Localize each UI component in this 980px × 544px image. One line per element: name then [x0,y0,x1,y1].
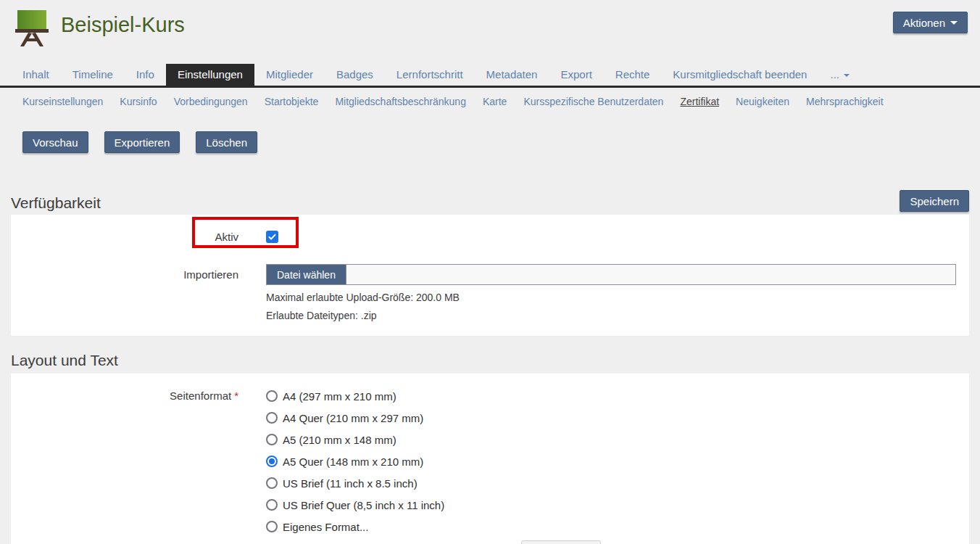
radio-button-icon [266,499,278,511]
allowed-filetypes-hint: Erlaubte Dateitypen: .zip [266,307,969,325]
availability-section-title: Verfügbarkeit [11,194,101,212]
page-format-options: A4 (297 mm x 210 mm) A4 Quer (210 mm x 2… [266,385,601,544]
radio-us-brief-quer[interactable]: US Brief Quer (8,5 inch x 11 inch) [266,494,601,516]
subtab-mehrsprachigkeit[interactable]: Mehrsprachigkeit [806,96,884,110]
tab-badges[interactable]: Badges [325,64,385,86]
tab-timeline[interactable]: Timeline [61,64,125,86]
preview-button[interactable]: Vorschau [22,131,88,153]
page-format-row: Seitenformat* A4 (297 mm x 210 mm) A4 Qu… [11,385,969,544]
settings-sub-tab-bar: Kurseinstellungen Kursinfo Vorbedingunge… [0,88,980,110]
radio-button-icon [266,434,278,445]
subtab-kursinfo[interactable]: Kursinfo [120,96,157,110]
save-button[interactable]: Speichern [900,190,969,212]
choose-file-button[interactable]: Datei wählen [267,265,346,284]
actions-button[interactable]: Aktionen [893,12,968,33]
layout-text-section-header: Layout und Text [11,350,969,369]
active-label: Aktiv [11,231,238,243]
radio-eigenes-format[interactable]: Eigenes Format... [266,516,601,537]
radio-button-icon [266,412,278,424]
certificate-toolbar: Vorschau Exportieren Löschen [22,131,980,153]
radio-button-icon [266,477,278,489]
partial-dropdown[interactable] [521,540,601,544]
radio-a4[interactable]: A4 (297 mm x 210 mm) [266,385,601,407]
course-header: Beispiel-Kurs Aktionen [0,0,980,63]
subtab-neuigkeiten[interactable]: Neuigkeiten [736,96,789,110]
easel-course-icon [10,9,52,46]
radio-a5[interactable]: A5 (210 mm x 148 mm) [266,429,601,450]
page-format-label: Seitenformat* [11,385,238,407]
tab-einstellungen[interactable]: Einstellungen [166,64,254,86]
subtab-kursspezifische-benutzerdaten[interactable]: Kursspezifische Benutzerdaten [523,96,663,110]
layout-text-panel: Seitenformat* A4 (297 mm x 210 mm) A4 Qu… [11,374,969,544]
subtab-startobjekte[interactable]: Startobjekte [265,96,319,110]
upload-hints: Maximal erlaubte Upload-Größe: 200.0 MB … [266,289,969,325]
subtab-vorbedingungen[interactable]: Vorbedingungen [174,96,248,110]
active-row: Aktiv [11,222,969,251]
subtab-zertifikat[interactable]: Zertifikat [680,96,719,110]
tab-info[interactable]: Info [125,64,166,86]
subtab-karte[interactable]: Karte [483,96,507,110]
tab-mitglieder[interactable]: Mitglieder [254,64,325,86]
max-upload-size-hint: Maximal erlaubte Upload-Größe: 200.0 MB [266,289,969,307]
radio-us-brief[interactable]: US Brief (11 inch x 8.5 inch) [266,472,601,494]
tab-kursmitgliedschaft-beenden[interactable]: Kursmitgliedschaft beenden [661,64,818,86]
radio-button-selected-icon [266,456,278,467]
radio-a5-quer[interactable]: A5 Quer (148 mm x 210 mm) [266,450,601,472]
file-upload-input[interactable]: Datei wählen [266,264,956,285]
page-title: Beispiel-Kurs [61,13,185,37]
availability-section-header: Verfügbarkeit Speichern [11,190,969,212]
tab-lernfortschritt[interactable]: Lernfortschritt [385,64,475,86]
layout-text-section-title: Layout und Text [11,352,118,369]
active-checkbox[interactable] [266,231,278,243]
subtab-mitgliedschaftsbeschraenkung[interactable]: Mitgliedschaftsbeschränkung [335,96,466,110]
availability-panel: Aktiv Importieren Datei wählen Maximal e… [11,215,969,336]
radio-button-icon [266,521,278,532]
checkmark-icon [267,232,277,242]
tab-rechte[interactable]: Rechte [604,64,662,86]
export-button[interactable]: Exportieren [104,131,180,153]
tab-more[interactable]: ... [818,64,861,86]
required-marker: * [234,390,238,402]
radio-a4-quer[interactable]: A4 Quer (210 mm x 297 mm) [266,407,601,429]
tab-inhalt[interactable]: Inhalt [11,64,61,86]
import-label: Importieren [11,268,238,281]
caret-down-icon [950,21,958,25]
subtab-kurseinstellungen[interactable]: Kurseinstellungen [22,96,103,110]
import-row: Importieren Datei wählen [11,264,969,285]
radio-button-icon [266,390,278,402]
caret-down-icon [844,74,850,77]
delete-button[interactable]: Löschen [196,131,257,153]
main-tab-bar: Inhalt Timeline Info Einstellungen Mitgl… [0,63,980,88]
tab-metadaten[interactable]: Metadaten [475,64,549,86]
tab-export[interactable]: Export [549,64,603,86]
